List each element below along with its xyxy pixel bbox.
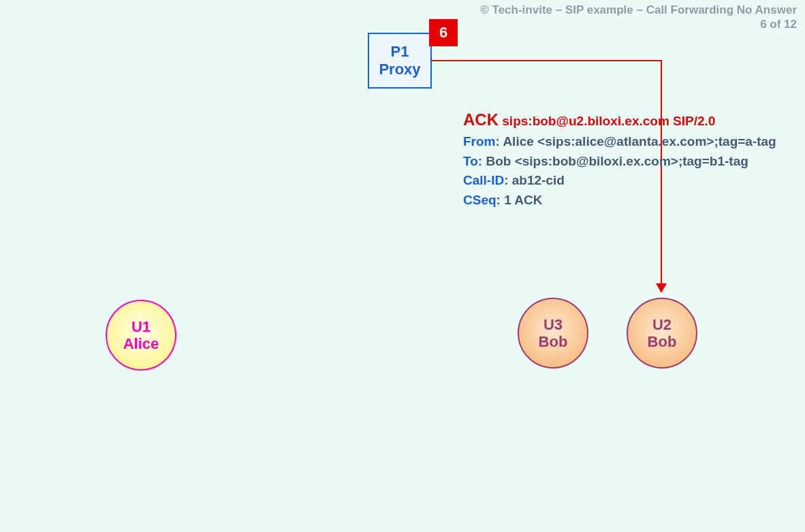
endpoint-u1-alice: U1 Alice	[106, 300, 176, 371]
proxy-label: Proxy	[379, 61, 420, 78]
page-indicator: 6 of 12	[480, 17, 797, 31]
cseq-header: CSeq: 1 ACK	[463, 191, 776, 210]
step-number: 6	[439, 24, 447, 42]
proxy-id: P1	[391, 43, 409, 61]
step-badge: 6	[429, 19, 458, 46]
copyright-text: © Tech-invite – SIP example – Call Forwa…	[480, 3, 797, 17]
from-label: From	[463, 134, 496, 148]
proxy-node: P1 Proxy	[368, 33, 432, 89]
message-arrow-horizontal	[430, 60, 662, 61]
call-id-header: Call-ID: ab12-cid	[463, 171, 776, 191]
message-arrow-head-icon	[656, 283, 667, 293]
request-line: ACK sips:bob@u2.biloxi.ex.com SIP/2.0	[463, 108, 776, 132]
request-uri: sips:bob@u2.biloxi.ex.com SIP/2.0	[502, 114, 715, 128]
endpoint-u2-bob: U2 Bob	[627, 298, 697, 369]
endpoint-name: Alice	[123, 335, 159, 352]
endpoint-u3-bob: U3 Bob	[518, 298, 588, 369]
to-value: : Bob <sips:bob@biloxi.ex.com>;tag=b1-ta…	[478, 154, 748, 168]
to-label: To	[463, 154, 478, 168]
cseq-value: : 1 ACK	[496, 193, 543, 207]
endpoint-name: Bob	[648, 333, 677, 350]
cseq-label: CSeq	[463, 193, 496, 207]
method: ACK	[463, 110, 499, 129]
endpoint-id: U3	[543, 316, 563, 333]
to-header: To: Bob <sips:bob@biloxi.ex.com>;tag=b1-…	[463, 152, 776, 172]
sip-message-block: ACK sips:bob@u2.biloxi.ex.com SIP/2.0 Fr…	[463, 108, 776, 210]
endpoint-id: U1	[131, 318, 151, 335]
callid-value: : ab12-cid	[504, 173, 565, 187]
header-block: © Tech-invite – SIP example – Call Forwa…	[480, 3, 797, 32]
endpoint-id: U2	[652, 316, 672, 333]
diagram-canvas: © Tech-invite – SIP example – Call Forwa…	[0, 0, 805, 532]
callid-label: Call-ID	[463, 173, 504, 187]
endpoint-name: Bob	[539, 333, 568, 350]
from-value: : Alice <sips:alice@atlanta.ex.com>;tag=…	[496, 134, 776, 148]
from-header: From: Alice <sips:alice@atlanta.ex.com>;…	[463, 132, 776, 152]
